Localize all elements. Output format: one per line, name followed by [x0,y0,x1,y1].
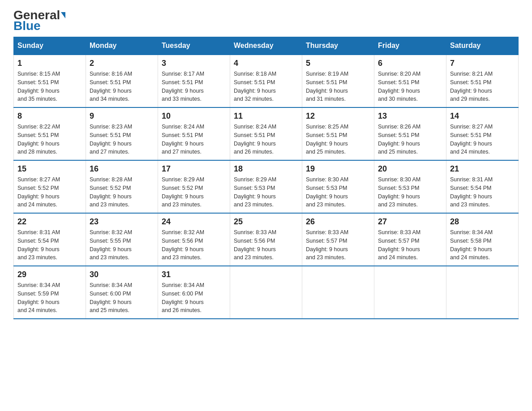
calendar-cell: 30 Sunrise: 8:34 AM Sunset: 6:00 PM Dayl… [86,266,158,319]
calendar-cell: 12 Sunrise: 8:25 AM Sunset: 5:51 PM Dayl… [302,107,374,160]
day-info: Sunrise: 8:26 AM Sunset: 5:51 PM Dayligh… [378,123,442,156]
day-info: Sunrise: 8:29 AM Sunset: 5:53 PM Dayligh… [234,176,298,209]
day-info: Sunrise: 8:18 AM Sunset: 5:51 PM Dayligh… [234,70,298,103]
calendar-cell: 10 Sunrise: 8:24 AM Sunset: 5:51 PM Dayl… [158,107,230,160]
calendar-cell: 16 Sunrise: 8:28 AM Sunset: 5:52 PM Dayl… [86,160,158,213]
day-number: 3 [162,59,226,68]
day-info: Sunrise: 8:32 AM Sunset: 5:56 PM Dayligh… [162,228,226,262]
day-number: 25 [234,217,298,227]
calendar-week-row: 8 Sunrise: 8:22 AM Sunset: 5:51 PM Dayli… [14,107,519,160]
day-info: Sunrise: 8:30 AM Sunset: 5:53 PM Dayligh… [378,176,442,209]
day-number: 14 [450,111,515,121]
calendar-week-row: 15 Sunrise: 8:27 AM Sunset: 5:52 PM Dayl… [14,160,519,213]
calendar-cell: 11 Sunrise: 8:24 AM Sunset: 5:51 PM Dayl… [230,107,302,160]
column-header-saturday: Saturday [446,37,519,55]
day-info: Sunrise: 8:33 AM Sunset: 5:57 PM Dayligh… [378,228,442,262]
calendar-cell: 29 Sunrise: 8:34 AM Sunset: 5:59 PM Dayl… [14,266,86,319]
column-header-tuesday: Tuesday [158,37,230,55]
day-number: 6 [378,59,442,68]
day-info: Sunrise: 8:27 AM Sunset: 5:51 PM Dayligh… [450,123,515,156]
calendar-cell: 20 Sunrise: 8:30 AM Sunset: 5:53 PM Dayl… [374,160,446,213]
day-info: Sunrise: 8:17 AM Sunset: 5:51 PM Dayligh… [162,70,226,103]
day-number: 24 [162,217,226,227]
day-info: Sunrise: 8:31 AM Sunset: 5:54 PM Dayligh… [450,176,515,209]
calendar-cell: 7 Sunrise: 8:21 AM Sunset: 5:51 PM Dayli… [446,55,519,107]
logo-arrow-icon [61,12,65,18]
calendar-cell: 31 Sunrise: 8:34 AM Sunset: 6:00 PM Dayl… [158,266,230,319]
day-info: Sunrise: 8:23 AM Sunset: 5:51 PM Dayligh… [90,123,154,156]
calendar-table: SundayMondayTuesdayWednesdayThursdayFrid… [13,37,519,319]
day-number: 21 [450,164,515,174]
day-number: 7 [450,59,515,68]
calendar-cell [302,266,374,319]
day-info: Sunrise: 8:19 AM Sunset: 5:51 PM Dayligh… [306,70,370,103]
day-info: Sunrise: 8:33 AM Sunset: 5:56 PM Dayligh… [234,228,298,262]
page-header: General Blue [13,9,519,32]
day-info: Sunrise: 8:25 AM Sunset: 5:51 PM Dayligh… [306,123,370,156]
calendar-cell: 6 Sunrise: 8:20 AM Sunset: 5:51 PM Dayli… [374,55,446,107]
column-header-monday: Monday [86,37,158,55]
calendar-week-row: 29 Sunrise: 8:34 AM Sunset: 5:59 PM Dayl… [14,266,519,319]
day-number: 18 [234,164,298,174]
column-header-sunday: Sunday [14,37,86,55]
logo-blue-text: Blue [13,20,41,32]
calendar-cell [230,266,302,319]
day-info: Sunrise: 8:20 AM Sunset: 5:51 PM Dayligh… [378,70,442,103]
calendar-week-row: 1 Sunrise: 8:15 AM Sunset: 5:51 PM Dayli… [14,55,519,107]
day-number: 27 [378,217,442,227]
day-number: 1 [17,59,82,68]
day-number: 16 [90,164,154,174]
day-number: 15 [17,164,82,174]
day-info: Sunrise: 8:24 AM Sunset: 5:51 PM Dayligh… [162,123,226,156]
calendar-cell: 15 Sunrise: 8:27 AM Sunset: 5:52 PM Dayl… [14,160,86,213]
calendar-header-row: SundayMondayTuesdayWednesdayThursdayFrid… [14,37,519,55]
calendar-cell: 13 Sunrise: 8:26 AM Sunset: 5:51 PM Dayl… [374,107,446,160]
day-info: Sunrise: 8:21 AM Sunset: 5:51 PM Dayligh… [450,70,515,103]
column-header-thursday: Thursday [302,37,374,55]
calendar-cell: 2 Sunrise: 8:16 AM Sunset: 5:51 PM Dayli… [86,55,158,107]
day-info: Sunrise: 8:22 AM Sunset: 5:51 PM Dayligh… [17,123,82,156]
day-number: 26 [306,217,370,227]
day-info: Sunrise: 8:34 AM Sunset: 6:00 PM Dayligh… [90,281,154,315]
calendar-cell: 27 Sunrise: 8:33 AM Sunset: 5:57 PM Dayl… [374,213,446,266]
day-number: 22 [17,217,82,227]
day-info: Sunrise: 8:32 AM Sunset: 5:55 PM Dayligh… [90,228,154,262]
calendar-cell: 5 Sunrise: 8:19 AM Sunset: 5:51 PM Dayli… [302,55,374,107]
day-info: Sunrise: 8:33 AM Sunset: 5:57 PM Dayligh… [306,228,370,262]
day-info: Sunrise: 8:34 AM Sunset: 6:00 PM Dayligh… [162,281,226,315]
day-number: 4 [234,59,298,68]
day-info: Sunrise: 8:15 AM Sunset: 5:51 PM Dayligh… [17,70,82,103]
calendar-cell: 3 Sunrise: 8:17 AM Sunset: 5:51 PM Dayli… [158,55,230,107]
calendar-cell: 14 Sunrise: 8:27 AM Sunset: 5:51 PM Dayl… [446,107,519,160]
column-header-wednesday: Wednesday [230,37,302,55]
day-number: 17 [162,164,226,174]
calendar-cell: 24 Sunrise: 8:32 AM Sunset: 5:56 PM Dayl… [158,213,230,266]
calendar-cell: 9 Sunrise: 8:23 AM Sunset: 5:51 PM Dayli… [86,107,158,160]
day-number: 10 [162,111,226,121]
day-info: Sunrise: 8:31 AM Sunset: 5:54 PM Dayligh… [17,228,82,262]
day-info: Sunrise: 8:27 AM Sunset: 5:52 PM Dayligh… [17,176,82,209]
day-info: Sunrise: 8:30 AM Sunset: 5:53 PM Dayligh… [306,176,370,209]
day-number: 12 [306,111,370,121]
day-number: 2 [90,59,154,68]
calendar-cell: 22 Sunrise: 8:31 AM Sunset: 5:54 PM Dayl… [14,213,86,266]
calendar-cell [374,266,446,319]
day-number: 28 [450,217,515,227]
day-number: 29 [17,270,82,279]
calendar-cell: 26 Sunrise: 8:33 AM Sunset: 5:57 PM Dayl… [302,213,374,266]
calendar-cell: 28 Sunrise: 8:34 AM Sunset: 5:58 PM Dayl… [446,213,519,266]
calendar-week-row: 22 Sunrise: 8:31 AM Sunset: 5:54 PM Dayl… [14,213,519,266]
day-number: 31 [162,270,226,279]
calendar-cell: 1 Sunrise: 8:15 AM Sunset: 5:51 PM Dayli… [14,55,86,107]
day-number: 9 [90,111,154,121]
day-info: Sunrise: 8:34 AM Sunset: 5:59 PM Dayligh… [17,281,82,315]
column-header-friday: Friday [374,37,446,55]
day-number: 8 [17,111,82,121]
day-number: 30 [90,270,154,279]
logo: General Blue [13,9,65,32]
calendar-cell: 25 Sunrise: 8:33 AM Sunset: 5:56 PM Dayl… [230,213,302,266]
calendar-cell: 21 Sunrise: 8:31 AM Sunset: 5:54 PM Dayl… [446,160,519,213]
calendar-cell: 23 Sunrise: 8:32 AM Sunset: 5:55 PM Dayl… [86,213,158,266]
day-info: Sunrise: 8:28 AM Sunset: 5:52 PM Dayligh… [90,176,154,209]
day-number: 5 [306,59,370,68]
